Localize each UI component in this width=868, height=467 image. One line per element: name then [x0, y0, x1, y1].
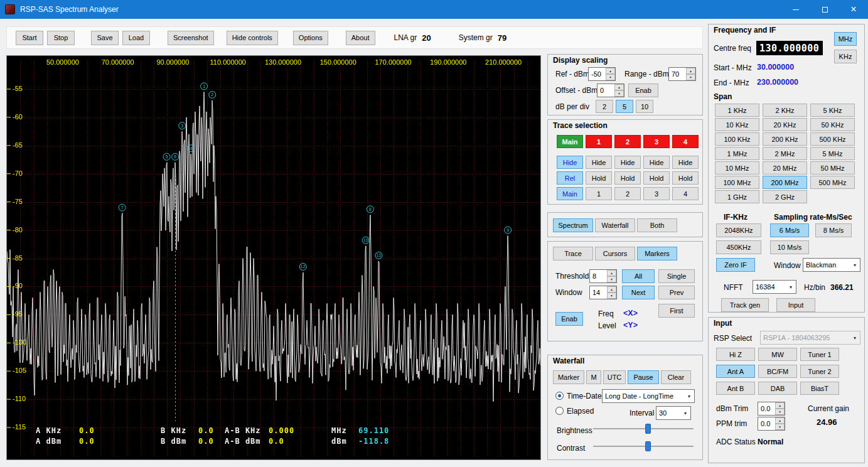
waterfall-marker[interactable]: Marker	[553, 370, 584, 384]
spin-down-icon[interactable]: ▼	[775, 424, 785, 430]
spectrum-display[interactable]: A KHz 0.0 B KHz 0.0 A-B KHz 0.000 MHz 69…	[6, 55, 541, 460]
span-1-ghz[interactable]: 1 GHz	[715, 190, 759, 203]
time-date-radio[interactable]	[555, 392, 564, 400]
fft-window-dropdown[interactable]: Blackman ▾	[803, 258, 860, 272]
mode-markers[interactable]: Markers	[637, 247, 677, 260]
toolbar-button-stop[interactable]: Stop	[47, 31, 75, 45]
span-20-mhz[interactable]: 20 MHz	[763, 161, 807, 174]
db-per-div-10[interactable]: 10	[636, 100, 653, 113]
spin-up-icon[interactable]: ▲	[614, 84, 624, 90]
toolbar-button-about[interactable]: About	[346, 31, 375, 45]
spin-up-icon[interactable]: ▲	[606, 68, 615, 74]
spin-down-icon[interactable]: ▼	[606, 74, 615, 80]
contrast-slider[interactable]	[593, 441, 694, 452]
db-per-div-5[interactable]: 5	[616, 100, 633, 113]
scaling-enab-button[interactable]: Enab	[628, 83, 658, 97]
span-2-khz[interactable]: 2 KHz	[763, 104, 807, 117]
close-button[interactable]: ×	[839, 0, 868, 19]
centre-freq-display[interactable]: 130.000000	[756, 41, 823, 55]
spin-down-icon[interactable]: ▼	[614, 90, 624, 97]
spin-up-icon[interactable]: ▲	[607, 270, 616, 276]
span-10-khz[interactable]: 10 KHz	[715, 118, 759, 131]
input-settings-button[interactable]: Input	[776, 298, 815, 312]
spin-down-icon[interactable]: ▼	[607, 276, 616, 282]
input-source-bc-fm[interactable]: BC/FM	[758, 365, 797, 378]
marker-window-value[interactable]: 14	[590, 286, 607, 299]
view-both[interactable]: Both	[637, 218, 677, 232]
elapsed-radio[interactable]	[555, 407, 564, 415]
span-200-mhz[interactable]: 200 MHz	[763, 176, 807, 189]
span-100-khz[interactable]: 100 KHz	[715, 132, 759, 146]
trace-active-main-0[interactable]: Main	[557, 187, 583, 200]
if-450khz-button[interactable]: 450KHz	[716, 240, 761, 254]
marker-window-spinner[interactable]: 14 ▲▼	[589, 286, 617, 299]
mode-trace[interactable]: Trace	[553, 247, 593, 260]
span-1-mhz[interactable]: 1 MHz	[715, 147, 759, 160]
span-10-mhz[interactable]: 10 MHz	[715, 161, 759, 174]
zero-if-button[interactable]: Zero IF	[716, 258, 755, 272]
nfft-dropdown[interactable]: 16384 ▾	[753, 280, 796, 294]
span-500-khz[interactable]: 500 KHz	[810, 132, 855, 146]
dbm-trim-spinner[interactable]: 0.0 ▲▼	[758, 402, 785, 416]
marker-prev-button[interactable]: Prev	[658, 286, 695, 299]
trace-hold-hold-3[interactable]: Hold	[643, 171, 670, 185]
span-20-khz[interactable]: 20 KHz	[763, 118, 807, 131]
span-1-khz[interactable]: 1 KHz	[715, 104, 759, 117]
brightness-slider-track[interactable]	[593, 428, 694, 429]
marker-first-button[interactable]: First	[658, 304, 695, 318]
marker-single-button[interactable]: Single	[658, 269, 695, 283]
trace-hold-hold-2[interactable]: Hold	[614, 171, 641, 185]
spin-down-icon[interactable]: ▼	[607, 293, 616, 299]
toolbar-button-save[interactable]: Save	[91, 31, 119, 45]
span-50-mhz[interactable]: 50 MHz	[810, 161, 855, 174]
range-dbm-spinner[interactable]: 70 ▲▼	[668, 67, 696, 81]
trace-select-main-0[interactable]: Main	[557, 135, 583, 148]
dbm-trim-value[interactable]: 0.0	[758, 402, 775, 415]
unit-mhz-button[interactable]: MHz	[834, 32, 857, 46]
span-5-mhz[interactable]: 5 MHz	[810, 147, 855, 160]
span-100-mhz[interactable]: 100 MHz	[715, 176, 759, 189]
trace-hide-hide-2[interactable]: Hide	[614, 156, 641, 169]
trace-active-2-2[interactable]: 2	[614, 187, 641, 200]
ppm-trim-spinner[interactable]: 0.0 ▲▼	[758, 417, 785, 431]
brightness-slider-thumb[interactable]	[645, 424, 651, 434]
trace-select-1-1[interactable]: 1	[586, 135, 612, 148]
contrast-slider-track[interactable]	[593, 446, 694, 447]
range-dbm-value[interactable]: 70	[669, 68, 686, 80]
spin-down-icon[interactable]: ▼	[686, 74, 695, 80]
input-source-ant-a[interactable]: Ant A	[716, 365, 755, 378]
trace-hide-hide-1[interactable]: Hide	[586, 156, 612, 169]
input-source-biast[interactable]: BiasT	[800, 382, 839, 395]
input-source-tuner-2[interactable]: Tuner 2	[800, 365, 839, 378]
sampling-10mss-button[interactable]: 10 Ms/s	[770, 240, 809, 254]
trace-hide-hide-4[interactable]: Hide	[672, 156, 699, 169]
span-2-ghz[interactable]: 2 GHz	[763, 190, 807, 203]
trace-hide-hide-3[interactable]: Hide	[643, 156, 670, 169]
toolbar-button-hide-controls[interactable]: Hide controls	[227, 31, 278, 45]
trace-active-3-3[interactable]: 3	[643, 187, 670, 200]
span-2-mhz[interactable]: 2 MHz	[763, 147, 807, 160]
threshold-value[interactable]: 8	[590, 270, 607, 282]
sampling-8mss-button[interactable]: 8 Ms/s	[815, 223, 852, 237]
waterfall-clear[interactable]: Clear	[661, 370, 691, 384]
toolbar-button-screenshot[interactable]: Screenshot	[168, 31, 214, 45]
trace-hold-hold-4[interactable]: Hold	[672, 171, 699, 185]
minimize-button[interactable]	[781, 0, 810, 19]
offset-dbm-spinner[interactable]: 0 ▲▼	[597, 83, 624, 97]
trace-hold-rel-0[interactable]: Rel	[557, 171, 583, 185]
rsp-select-dropdown[interactable]: RSP1A - 1804063295 ▾	[760, 331, 860, 345]
spin-up-icon[interactable]: ▲	[686, 68, 695, 74]
input-source-dab[interactable]: DAB	[758, 382, 797, 395]
input-source-ant-b[interactable]: Ant B	[716, 382, 755, 395]
trace-select-2-2[interactable]: 2	[614, 135, 641, 148]
track-gen-button[interactable]: Track gen	[721, 298, 769, 312]
waterfall-m[interactable]: M	[586, 370, 601, 384]
span-200-khz[interactable]: 200 KHz	[763, 132, 807, 146]
marker-next-button[interactable]: Next	[622, 286, 655, 299]
mode-cursors[interactable]: Cursors	[595, 247, 635, 260]
toolbar-button-start[interactable]: Start	[16, 31, 43, 45]
brightness-slider[interactable]	[593, 423, 694, 434]
date-format-dropdown[interactable]: Long Date - LongTime ▾	[602, 389, 695, 403]
view-spectrum[interactable]: Spectrum	[553, 218, 593, 232]
input-source-hi-z[interactable]: Hi Z	[716, 348, 755, 361]
